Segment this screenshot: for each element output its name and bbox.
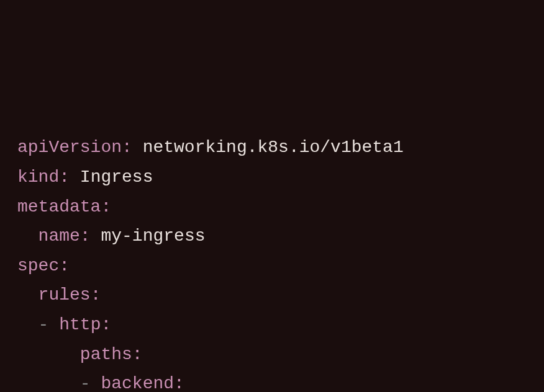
code-line: apiVersion: networking.k8s.io/v1beta1 (17, 133, 527, 163)
yaml-colon: : (59, 256, 70, 275)
yaml-key: backend (101, 374, 174, 392)
yaml-value: networking.k8s.io/v1beta1 (143, 138, 404, 157)
code-line: - http: (17, 310, 527, 340)
yaml-colon: : (132, 345, 143, 364)
yaml-colon: : (174, 374, 184, 392)
code-line: metadata: (17, 192, 527, 222)
code-line: spec: (17, 251, 527, 281)
code-line: kind: Ingress (17, 163, 527, 192)
code-block: apiVersion: networking.k8s.io/v1beta1kin… (17, 133, 527, 392)
yaml-key: apiVersion (17, 138, 122, 157)
code-line: rules: (17, 280, 527, 310)
yaml-dash: - (80, 374, 101, 392)
yaml-key: kind (17, 167, 59, 187)
yaml-key: http (59, 315, 101, 334)
yaml-value: my-ingress (101, 226, 205, 246)
code-line: - backend: (17, 369, 527, 392)
yaml-colon: : (122, 138, 132, 157)
yaml-colon: : (101, 197, 111, 216)
yaml-colon: : (59, 167, 70, 187)
yaml-colon: : (80, 226, 91, 246)
yaml-key: spec (17, 256, 59, 275)
code-line: name: my-ingress (17, 221, 527, 251)
yaml-value: Ingress (80, 167, 153, 187)
yaml-key: metadata (17, 197, 101, 216)
yaml-key: name (39, 226, 80, 246)
yaml-key: rules (39, 285, 91, 305)
yaml-key: paths (80, 345, 132, 364)
yaml-colon: : (91, 285, 101, 305)
yaml-dash: - (39, 315, 60, 334)
yaml-colon: : (101, 315, 111, 334)
code-line: paths: (17, 340, 527, 370)
